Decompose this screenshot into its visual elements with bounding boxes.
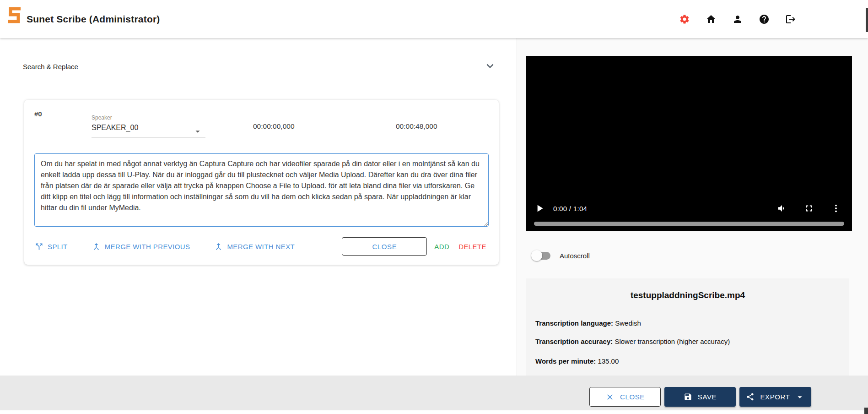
search-replace-label: Search & Replace <box>23 63 78 71</box>
sunet-logo-icon <box>6 6 23 24</box>
info-label: Transcription language: <box>535 319 613 327</box>
page-title: Sunet Scribe (Administrator) <box>27 14 160 25</box>
app-header: Sunet Scribe (Administrator) <box>0 0 868 38</box>
scrollbar-thumb[interactable] <box>866 8 868 32</box>
segment-index: #0 <box>34 110 42 118</box>
info-row-wpm: Words per minute: 135.00 <box>535 357 619 365</box>
share-icon <box>746 392 755 401</box>
info-row-accuracy: Transcription accuracy: Slower transcrip… <box>535 338 730 345</box>
save-button[interactable]: SAVE <box>664 387 736 407</box>
help-icon[interactable] <box>759 14 770 25</box>
toggle-knob <box>531 250 542 261</box>
speaker-field-value: SPEAKER_00 <box>92 124 205 132</box>
split-button[interactable]: SPLIT <box>34 242 68 251</box>
info-value: 135.00 <box>596 357 619 365</box>
video-controls: 0:00 / 1:04 <box>534 202 841 215</box>
split-button-label: SPLIT <box>48 243 68 251</box>
add-segment-button[interactable]: ADD <box>434 243 449 251</box>
speaker-field-label: Speaker <box>92 114 205 121</box>
video-controls-right <box>777 203 841 213</box>
video-player[interactable]: 0:00 / 1:04 <box>526 56 852 231</box>
fullscreen-icon[interactable] <box>804 203 814 213</box>
caret-down-icon <box>795 392 805 402</box>
close-icon <box>605 392 615 402</box>
file-name: testuppladdningScribe.mp4 <box>526 290 849 300</box>
save-button-label: SAVE <box>698 393 717 401</box>
delete-segment-button[interactable]: DELETE <box>458 243 486 251</box>
segment-start-time: 00:00:00,000 <box>253 122 295 131</box>
footer-action-bar: CLOSE SAVE EXPORT <box>0 376 868 410</box>
segment-close-button[interactable]: CLOSE <box>342 237 427 256</box>
logout-icon[interactable] <box>785 14 796 25</box>
segment-end-time: 00:00:48,000 <box>396 122 437 131</box>
segment-card: #0 Speaker SPEAKER_00 00:00:00,000 00:00… <box>24 100 499 265</box>
autoscroll-control: Autoscroll <box>531 250 590 261</box>
info-row-language: Transcription language: Swedish <box>535 319 641 327</box>
merge-next-label: MERGE WITH NEXT <box>227 243 295 251</box>
transcript-panel: Search & Replace #0 Speaker SPEAKER_00 0… <box>0 38 517 376</box>
settings-icon[interactable] <box>679 14 690 25</box>
merge-icon <box>92 242 101 251</box>
close-button[interactable]: CLOSE <box>589 387 661 407</box>
more-options-icon[interactable] <box>831 203 841 213</box>
header-icon-bar <box>679 0 796 38</box>
speaker-select[interactable]: Speaker SPEAKER_00 <box>92 114 205 137</box>
export-button-label: EXPORT <box>760 393 790 401</box>
merge-icon <box>214 242 223 251</box>
file-info-panel: testuppladdningScribe.mp4 Transcription … <box>526 278 849 376</box>
play-icon[interactable] <box>534 202 545 214</box>
video-progress-bar[interactable] <box>534 222 844 226</box>
export-button[interactable]: EXPORT <box>739 387 811 407</box>
user-icon[interactable] <box>732 14 743 25</box>
scrollbar-corner <box>864 408 868 414</box>
info-value: Slower transcription (higher accuracy) <box>613 338 730 345</box>
segment-text-input[interactable]: Om du har spelat in med något annat verk… <box>34 153 489 227</box>
segment-actions-row: SPLIT MERGE WITH PREVIOUS MERGE WITH NEX… <box>34 236 486 257</box>
split-icon <box>34 242 44 251</box>
autoscroll-label: Autoscroll <box>560 252 590 260</box>
dropdown-arrow-icon <box>193 126 203 136</box>
volume-icon[interactable] <box>777 203 787 213</box>
autoscroll-toggle[interactable] <box>531 250 551 261</box>
home-icon[interactable] <box>706 14 717 25</box>
video-time-display: 0:00 / 1:04 <box>553 205 587 212</box>
info-label: Transcription accuracy: <box>535 338 613 345</box>
chevron-down-icon[interactable] <box>484 60 496 72</box>
save-icon <box>684 392 692 401</box>
merge-with-previous-button[interactable]: MERGE WITH PREVIOUS <box>92 242 190 251</box>
search-replace-header[interactable]: Search & Replace <box>0 38 503 88</box>
info-value: Swedish <box>613 319 641 327</box>
app-window: Sunet Scribe (Administrator) Search & Re… <box>0 0 868 414</box>
merge-previous-label: MERGE WITH PREVIOUS <box>105 243 190 251</box>
merge-with-next-button[interactable]: MERGE WITH NEXT <box>214 242 295 251</box>
info-label: Words per minute: <box>535 357 596 365</box>
close-button-label: CLOSE <box>620 393 645 401</box>
